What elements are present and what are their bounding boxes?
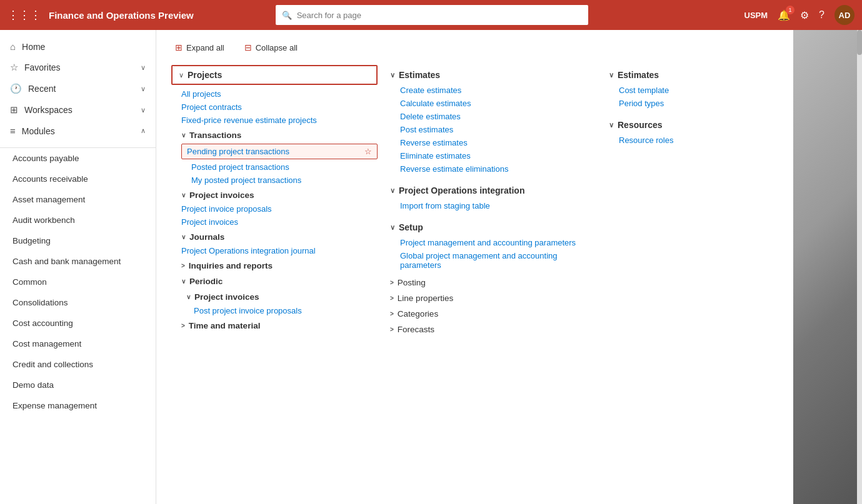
time-material-label: Time and material [189, 321, 261, 330]
module-item-audit-workbench[interactable]: Audit workbench [0, 210, 156, 230]
estimates-col2-header[interactable]: ∨ Estimates [609, 65, 793, 84]
star-icon[interactable]: ☆ [364, 147, 372, 156]
categories-label: Categories [398, 309, 438, 319]
project-ops-journal-link[interactable]: Project Operations integration journal [171, 244, 378, 257]
project-contracts-link[interactable]: Project contracts [171, 101, 378, 114]
estimates-header[interactable]: ∨ Estimates [390, 65, 596, 84]
my-posted-transactions-link[interactable]: My posted project transactions [181, 174, 378, 187]
chevron-down-icon: ∨ [609, 121, 614, 129]
chevron-right-icon: > [390, 310, 394, 317]
project-ops-header[interactable]: ∨ Project Operations integration [390, 180, 596, 199]
estimates-col2-title: Estimates [618, 70, 659, 80]
home-icon: ⌂ [10, 41, 16, 52]
chevron-down-icon: ∨ [181, 234, 186, 240]
resources-header[interactable]: ∨ Resources [609, 115, 793, 134]
reverse-estimate-eliminations-link[interactable]: Reverse estimate eliminations [390, 162, 596, 175]
sidebar-item-modules[interactable]: ≡ Modules ∧ [0, 121, 156, 141]
module-item-asset-management[interactable]: Asset management [0, 189, 156, 210]
line-properties-header[interactable]: > Line properties [390, 290, 596, 305]
periodic-invoices-header[interactable]: ∨ Project invoices [186, 289, 378, 304]
chevron-right-icon: > [390, 295, 394, 302]
module-item-expense-management[interactable]: Expense management [0, 395, 156, 416]
sidebar-workspaces-label: Workspaces [24, 105, 73, 115]
setup-title: Setup [399, 222, 423, 232]
estimates-title: Estimates [399, 70, 440, 80]
setup-header[interactable]: ∨ Setup [390, 217, 596, 236]
module-item-cost-management[interactable]: Cost management [0, 334, 156, 354]
forecasts-label: Forecasts [398, 325, 434, 334]
delete-estimates-link[interactable]: Delete estimates [390, 110, 596, 123]
time-material-header[interactable]: > Time and material [181, 317, 378, 333]
top-navigation: ⋮⋮⋮ Finance and Operations Preview 🔍 USP… [0, 0, 862, 30]
collapse-all-label: Collapse all [256, 43, 298, 52]
sidebar-favorites-label: Favorites [24, 62, 61, 72]
sidebar-item-favorites[interactable]: ☆ Favorites ∨ [0, 57, 156, 78]
module-item-cash-bank[interactable]: Cash and bank management [0, 251, 156, 272]
global-pm-accounting-link[interactable]: Global project management and accounting… [390, 249, 596, 272]
notification-icon[interactable]: 🔔 1 [778, 9, 790, 21]
recent-icon: 🕐 [10, 83, 22, 94]
projects-section-box[interactable]: ∨ Projects [171, 65, 378, 85]
forecasts-header[interactable]: > Forecasts [390, 321, 596, 337]
calculate-estimates-link[interactable]: Calculate estimates [390, 97, 596, 110]
pm-accounting-params-link[interactable]: Project management and accounting parame… [390, 236, 596, 249]
module-item-cost-accounting[interactable]: Cost accounting [0, 313, 156, 334]
sidebar-item-workspaces[interactable]: ⊞ Workspaces ∨ [0, 99, 156, 121]
chevron-right-icon: > [181, 322, 185, 329]
periodic-invoices-label: Project invoices [194, 292, 259, 302]
sidebar-home-label: Home [22, 42, 45, 52]
right-panel [793, 30, 862, 504]
search-input[interactable] [297, 11, 582, 20]
project-invoices-link[interactable]: Project invoices [171, 215, 378, 229]
chevron-right-icon: > [390, 279, 394, 286]
waffle-menu-icon[interactable]: ⋮⋮⋮ [8, 8, 41, 22]
posted-project-transactions-link[interactable]: Posted project transactions [181, 161, 378, 174]
transactions-header[interactable]: ∨ Transactions [171, 127, 378, 142]
period-types-link[interactable]: Period types [609, 97, 793, 110]
favorites-icon: ☆ [10, 62, 18, 73]
project-invoices-header[interactable]: ∨ Project invoices [171, 187, 378, 202]
cost-template-link[interactable]: Cost template [609, 84, 793, 97]
module-item-accounts-payable[interactable]: Accounts payable [0, 148, 156, 169]
sidebar-item-recent[interactable]: 🕐 Recent ∨ [0, 78, 156, 99]
chevron-right-icon: > [390, 326, 394, 333]
module-item-demo-data[interactable]: Demo data [0, 375, 156, 395]
inquiries-header[interactable]: > Inquiries and reports [171, 257, 378, 273]
module-item-credit-collections[interactable]: Credit and collections [0, 354, 156, 375]
post-invoice-proposals-link[interactable]: Post project invoice proposals [186, 304, 378, 317]
settings-icon[interactable]: ⚙ [800, 9, 809, 21]
sidebar-recent-label: Recent [28, 84, 56, 94]
periodic-header[interactable]: ∨ Periodic [171, 273, 378, 289]
module-item-accounts-receivable[interactable]: Accounts receivable [0, 169, 156, 189]
all-projects-link[interactable]: All projects [171, 87, 378, 101]
categories-header[interactable]: > Categories [390, 305, 596, 321]
journals-header[interactable]: ∨ Journals [171, 229, 378, 244]
chevron-down-icon: ∨ [141, 85, 146, 93]
module-item-budgeting[interactable]: Budgeting [0, 230, 156, 251]
collapse-all-button[interactable]: ⊟ Collapse all [241, 40, 301, 55]
global-search[interactable]: 🔍 [276, 5, 588, 25]
periodic-label: Periodic [189, 277, 223, 286]
eliminate-estimates-link[interactable]: Eliminate estimates [390, 149, 596, 162]
pending-project-transactions-link[interactable]: Pending project transactions ☆ [181, 144, 378, 159]
resource-roles-link[interactable]: Resource roles [609, 134, 793, 147]
collapse-icon: ⊟ [244, 42, 252, 52]
post-estimates-link[interactable]: Post estimates [390, 123, 596, 136]
import-staging-link[interactable]: Import from staging table [390, 199, 596, 212]
posting-header[interactable]: > Posting [390, 274, 596, 290]
help-icon[interactable]: ? [819, 9, 824, 21]
fixed-price-link[interactable]: Fixed-price revenue estimate projects [171, 114, 378, 127]
user-avatar[interactable]: AD [834, 5, 854, 25]
sidebar-item-home[interactable]: ⌂ Home [0, 36, 156, 57]
line-properties-label: Line properties [398, 294, 453, 303]
module-item-common[interactable]: Common [0, 272, 156, 292]
expand-all-button[interactable]: ⊞ Expand all [171, 40, 228, 55]
content-toolbar: ⊞ Expand all ⊟ Collapse all [171, 40, 778, 55]
create-estimates-link[interactable]: Create estimates [390, 84, 596, 97]
module-item-consolidations[interactable]: Consolidations [0, 292, 156, 313]
reverse-estimates-link[interactable]: Reverse estimates [390, 136, 596, 149]
projects-title: Projects [188, 70, 222, 80]
module-list: Accounts payable Accounts receivable Ass… [0, 148, 156, 504]
project-invoice-proposals-link[interactable]: Project invoice proposals [171, 202, 378, 215]
scrollbar-thumb[interactable] [857, 30, 862, 55]
